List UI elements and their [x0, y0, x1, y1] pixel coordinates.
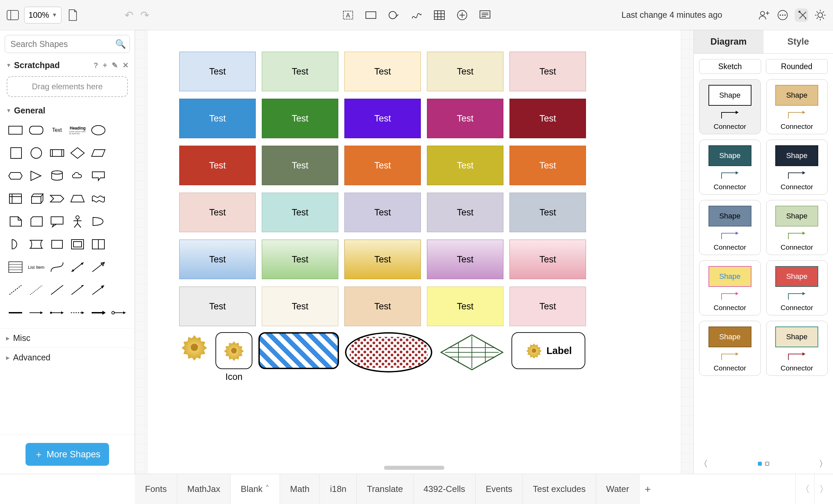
test-cell[interactable]: Test: [344, 287, 421, 326]
freehand-icon[interactable]: [410, 8, 423, 22]
test-cell[interactable]: Test: [179, 52, 256, 91]
page-tab[interactable]: Blank ˄: [231, 474, 280, 504]
style-swatch[interactable]: ShapeConnector: [766, 200, 828, 255]
shape-hline-arrow1[interactable]: [27, 304, 45, 321]
shape-diamond[interactable]: [69, 144, 86, 162]
shape-speech[interactable]: [48, 213, 66, 230]
shape-cloud[interactable]: [69, 167, 86, 185]
test-cell[interactable]: Test: [344, 99, 421, 138]
theme-sun-icon[interactable]: [813, 8, 827, 22]
shape-card[interactable]: [27, 213, 45, 230]
test-cell[interactable]: Test: [427, 240, 503, 279]
sketchy-diamond[interactable]: [438, 332, 505, 373]
shape-halfcircle[interactable]: [7, 236, 24, 253]
shape-doublerect[interactable]: [90, 236, 107, 253]
more-menu-icon[interactable]: [776, 8, 789, 22]
test-cell[interactable]: Test: [427, 52, 503, 91]
misc-header[interactable]: ▶ Misc: [0, 328, 135, 347]
advanced-header[interactable]: ▶ Advanced: [0, 347, 135, 367]
test-cell[interactable]: Test: [262, 240, 338, 279]
pager-dot-1[interactable]: [758, 462, 762, 466]
page-tab[interactable]: Fonts: [135, 474, 177, 504]
table-icon[interactable]: [433, 8, 446, 22]
test-cell[interactable]: Test: [179, 287, 256, 326]
tab-style[interactable]: Style: [764, 30, 833, 53]
page-tab[interactable]: MathJax: [177, 474, 231, 504]
shape-blank6[interactable]: [111, 236, 128, 253]
shape-callout[interactable]: [90, 167, 107, 185]
icon-box[interactable]: [215, 332, 253, 369]
edit-icon[interactable]: ✎: [112, 61, 118, 70]
test-cell[interactable]: Test: [262, 99, 338, 138]
shape-blank3[interactable]: [111, 167, 128, 185]
shape-frame[interactable]: [69, 236, 86, 253]
test-cell[interactable]: Test: [344, 146, 421, 185]
label-box[interactable]: Label: [511, 332, 585, 369]
zoom-select[interactable]: 100% ▼: [24, 7, 62, 23]
style-swatch[interactable]: ShapeConnector: [699, 79, 761, 134]
test-cell[interactable]: Test: [179, 240, 256, 279]
page-tab[interactable]: i18n: [320, 474, 357, 504]
shape-arrow-solid[interactable]: [90, 281, 107, 298]
panels-icon[interactable]: [6, 8, 20, 22]
shape-circle[interactable]: [27, 144, 45, 162]
close-icon[interactable]: ✕: [122, 61, 128, 70]
test-cell[interactable]: Test: [262, 52, 338, 91]
shape-hline-bold[interactable]: [7, 304, 24, 321]
style-swatch[interactable]: ShapeConnector: [699, 260, 761, 315]
shape-cube[interactable]: [27, 190, 45, 207]
add-icon[interactable]: [455, 8, 469, 22]
tab-scroll-left-icon[interactable]: 〈: [795, 474, 814, 504]
style-swatch[interactable]: ShapeConnector: [766, 79, 828, 134]
page-tab[interactable]: Math: [280, 474, 320, 504]
test-cell[interactable]: Test: [179, 146, 256, 185]
style-swatch[interactable]: ShapeConnector: [766, 321, 828, 376]
shape-and[interactable]: [90, 213, 107, 230]
redo-icon[interactable]: ↷: [140, 9, 149, 22]
shape-blank4[interactable]: [111, 190, 128, 207]
shape-hline-dashed-arrow[interactable]: [69, 304, 86, 321]
tab-diagram[interactable]: Diagram: [694, 30, 764, 53]
page-tab[interactable]: Translate: [357, 474, 413, 504]
style-swatch[interactable]: ShapeConnector: [699, 140, 761, 195]
shape-dashed-line[interactable]: [7, 281, 24, 298]
shape-square[interactable]: [7, 144, 24, 162]
gear-shape[interactable]: [179, 332, 209, 364]
shape-trapezoid[interactable]: [69, 190, 86, 207]
new-page-icon[interactable]: [66, 8, 79, 22]
tab-menu-icon[interactable]: ˄: [265, 484, 269, 494]
shape-arrow-up[interactable]: [90, 258, 107, 276]
page-tab[interactable]: 4392-Cells: [413, 474, 476, 504]
test-cell[interactable]: Test: [509, 193, 586, 232]
test-cell[interactable]: Test: [427, 99, 503, 138]
pager-dot-2[interactable]: [765, 462, 769, 466]
note-lines-icon[interactable]: [478, 8, 492, 22]
test-cell[interactable]: Test: [427, 193, 503, 232]
shape-internal-storage[interactable]: [7, 190, 24, 207]
help-icon[interactable]: ?: [94, 61, 98, 70]
shape-tape[interactable]: [90, 190, 107, 207]
test-cell[interactable]: Test: [509, 146, 586, 185]
shape-list[interactable]: [7, 258, 24, 276]
test-cell[interactable]: Test: [262, 287, 338, 326]
add-icon[interactable]: +: [103, 61, 107, 70]
text-box-icon[interactable]: A: [341, 8, 355, 22]
shape-line[interactable]: [48, 281, 66, 298]
shape-curve[interactable]: [48, 258, 66, 276]
more-shapes-button[interactable]: ＋ More Shapes: [25, 443, 110, 466]
share-person-icon[interactable]: [757, 8, 770, 22]
horizontal-scrollbar[interactable]: [384, 466, 444, 470]
shape-rect[interactable]: [7, 121, 24, 139]
shape-ellipse[interactable]: [90, 121, 107, 139]
page-tab[interactable]: Test excludes: [523, 474, 596, 504]
general-header[interactable]: ▼ General: [0, 103, 135, 118]
test-cell[interactable]: Test: [427, 287, 503, 326]
test-cell[interactable]: Test: [179, 193, 256, 232]
style-swatch[interactable]: ShapeConnector: [699, 321, 761, 376]
sketchy-ellipse[interactable]: [345, 332, 432, 373]
shape-text[interactable]: Text: [48, 121, 66, 139]
test-cell[interactable]: Test: [262, 146, 338, 185]
shape-heading[interactable]: HeadingLorem ipsum dolor sit amet text: [69, 121, 86, 139]
page-tab[interactable]: Events: [476, 474, 523, 504]
shape-blank7[interactable]: [111, 258, 128, 276]
